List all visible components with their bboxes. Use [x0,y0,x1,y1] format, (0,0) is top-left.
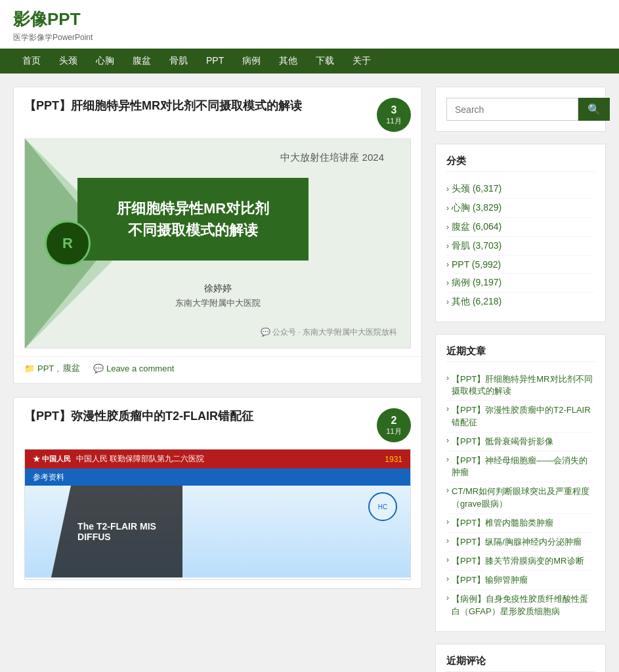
chevron-right-icon: › [446,373,449,383]
comment-icon: 💬 [93,364,104,373]
article-header-2: 【PPT】弥漫性胶质瘤中的T2-FLAIR错配征 2 11月 [14,398,421,449]
article-date-badge-2: 2 11月 [377,408,411,442]
recent-article-link[interactable]: 【病例】自身免疫性胶质纤维酸性蛋白（GFAP）星形胶质细胞病 [452,593,595,617]
article-day: 3 [391,104,397,116]
slide-visual-2: ★ 中国人民 中国人民 联勤保障部队第九二六医院 1931 参考资料 The T… [25,450,410,579]
category-link[interactable]: › 腹盆 (6,064) [446,221,595,233]
recent-article-link[interactable]: 【PPT】膝关节滑膜病变的MR诊断 [452,555,584,567]
comment-link[interactable]: Leave a comment [106,364,174,373]
slide2-diagonal-shape: The T2-FLAIR MIS DIFFUS [51,486,182,578]
list-item: ›【PPT】纵隔/胸腺神经内分泌肿瘤 [446,533,595,552]
article-meta-1: 📁 PPT, 腹盆 💬 Leave a comment [14,356,421,383]
article-title-2: 【PPT】弥漫性胶质瘤中的T2-FLAIR错配征 [24,408,369,425]
list-item: ›【PPT】肝细胞特异性MR对比剂不同摄取模式的解读 [446,370,595,401]
recent-article-link[interactable]: 【PPT】输卵管肿瘤 [452,574,528,586]
recent-comments-widget: 近期评论 💬红豆高 发表在【PPT】肝细胞特异性结节 [435,644,606,672]
slide2-logos: HC [368,492,397,521]
nav-item: 下载 [307,49,343,74]
nav-item: 心胸 [87,49,123,74]
category-link[interactable]: › 病例 (9,197) [446,277,595,289]
nav-link[interactable]: 下载 [307,49,343,74]
article-title-link-2[interactable]: 【PPT】弥漫性胶质瘤中的T2-FLAIR错配征 [24,410,253,423]
recent-articles-title: 近期文章 [446,345,595,362]
list-item: › 病例 (9,197) [446,274,595,293]
list-item: ›【PPT】骶骨衰竭骨折影像 [446,432,595,452]
article-card: 【PPT】肝细胞特异性MR对比剂不同摄取模式的解读 3 11月 [13,87,422,384]
list-item: ›【PPT】椎管内髓胎类肿瘤 [446,514,595,533]
list-item: › 其他 (6,218) [446,293,595,311]
slide2-subheader: 参考资料 [25,469,410,486]
wechat-text: 公众号 · 东南大学附属中大医院放科 [272,327,397,337]
recent-article-link[interactable]: 【PPT】弥漫性胶质瘤中的T2-FLAIR错配征 [452,404,595,428]
category-link[interactable]: › PPT (5,992) [446,259,595,270]
nav-link[interactable]: 腹盆 [123,49,160,74]
recent-article-list: ›【PPT】肝细胞特异性MR对比剂不同摄取模式的解读›【PPT】弥漫性胶质瘤中的… [446,370,595,621]
article-date-badge: 3 11月 [377,98,411,132]
nav-item: 病例 [233,49,270,74]
chevron-right-icon: › [446,555,449,564]
slide-green-box: 肝细胞特异性MR对比剂不同摄取模式的解读 [77,178,309,261]
nav-link[interactable]: 骨肌 [160,49,197,74]
nav-link[interactable]: 首页 [13,49,50,74]
recent-article-link[interactable]: CT/MR如何判断眼球突出及严重程度（grave眼病） [452,486,595,509]
chevron-right-icon: › [446,203,449,213]
nav-link[interactable]: PPT [197,49,233,72]
article-card-2: 【PPT】弥漫性胶质瘤中的T2-FLAIR错配征 2 11月 ★ 中国人民 中国… [13,397,422,589]
nav-link[interactable]: 关于 [343,49,380,74]
slide-wechat-footer: 💬 公众号 · 东南大学附属中大医院放科 [261,327,397,338]
article-title-link[interactable]: 【PPT】肝细胞特异性MR对比剂不同摄取模式的解读 [24,99,302,112]
nav-item: 腹盆 [123,49,160,74]
slide2-header-bar: ★ 中国人民 中国人民 联勤保障部队第九二六医院 1931 [25,450,410,469]
recent-article-link[interactable]: 【PPT】椎管内髓胎类肿瘤 [452,517,553,529]
recent-comments-title: 近期评论 [446,655,595,672]
chevron-right-icon: › [446,242,449,251]
nav-item: 关于 [343,49,380,74]
sidebar: 🔍 分类 › 头颈 (6,317)› 心胸 (3,829)› 腹盆 (6,064… [435,87,606,672]
nav-link[interactable]: 心胸 [87,49,123,74]
nav-link[interactable]: 病例 [233,49,270,74]
page-container: 【PPT】肝细胞特异性MR对比剂不同摄取模式的解读 3 11月 [0,74,619,672]
slide-author: 徐婷婷 [175,283,261,295]
folder-icon: 📁 [24,364,35,373]
slide2-body: The T2-FLAIR MIS DIFFUS HC [25,486,410,578]
site-header: 影像PPT 医学影像学PowerPoint [0,0,619,49]
slide2-logo-circle: HC [368,492,397,521]
search-button[interactable]: 🔍 [578,98,610,121]
category-link[interactable]: › 骨肌 (3,703) [446,240,595,252]
main-nav: 首页头颈心胸腹盆骨肌PPT病例其他下载关于 [0,49,619,74]
nav-link[interactable]: 其他 [270,49,307,74]
slide-main-title: 肝细胞特异性MR对比剂不同摄取模式的解读 [91,198,295,241]
chevron-right-icon: › [446,260,449,269]
nav-link[interactable]: 头颈 [50,49,87,74]
search-input[interactable] [446,98,578,121]
chevron-right-icon: › [446,222,449,232]
chevron-right-icon: › [446,536,449,545]
list-item: › 腹盆 (6,064) [446,218,595,237]
site-title: 影像PPT [13,8,606,31]
nav-item: 骨肌 [160,49,197,74]
recent-article-link[interactable]: 【PPT】肝细胞特异性MR对比剂不同摄取模式的解读 [452,373,595,397]
chevron-right-icon: › [446,184,449,194]
article-image-1: R 中大放射住培讲座 2024 肝细胞特异性MR对比剂不同摄取模式的解读 徐婷婷… [24,138,411,348]
category-link-fupeng[interactable]: 腹盆 [63,362,80,374]
categories-title: 分类 [446,155,595,172]
category-link[interactable]: › 头颈 (6,317) [446,183,595,195]
article-month-2: 11月 [386,427,401,436]
slide2-hospital-name: 中国人民 联勤保障部队第九二六医院 [76,453,204,465]
article-day-2: 2 [391,414,397,427]
slide-logo: R [45,220,91,266]
list-item: › 心胸 (3,829) [446,199,595,218]
recent-article-link[interactable]: 【PPT】骶骨衰竭骨折影像 [452,436,553,448]
chevron-right-icon: › [446,593,449,602]
chevron-right-icon: › [446,404,449,413]
category-link-ppt[interactable]: PPT [37,364,54,373]
category-link[interactable]: › 其他 (6,218) [446,296,595,308]
category-link[interactable]: › 心胸 (3,829) [446,202,595,214]
slide2-year: 1931 [385,455,402,464]
recent-article-link[interactable]: 【PPT】神经母细胞瘤——会消失的肿瘤 [452,455,595,478]
recent-articles-widget: 近期文章 ›【PPT】肝细胞特异性MR对比剂不同摄取模式的解读›【PPT】弥漫性… [435,334,606,632]
recent-article-link[interactable]: 【PPT】纵隔/胸腺神经内分泌肿瘤 [452,536,582,548]
article-month: 11月 [386,116,401,126]
search-icon: 🔍 [587,104,601,115]
list-item: ›CT/MR如何判断眼球突出及严重程度（grave眼病） [446,482,595,513]
